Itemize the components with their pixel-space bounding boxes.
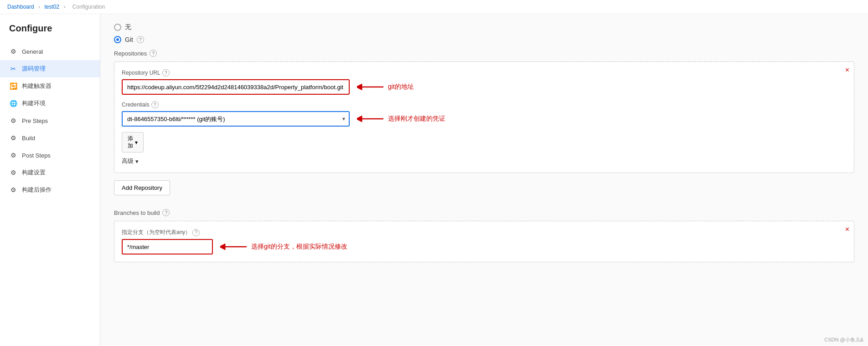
sidebar-item-label: 构建触发器 [22,82,52,90]
breadcrumb: Dashboard › test02 › Configuration [0,0,868,14]
arrow-icon [357,82,384,92]
sidebar-title: Configure [0,23,100,43]
sidebar: Configure ⚙ General ✂ 源码管理 🔁 构建触发器 🌐 构建环… [0,14,100,346]
repo-close-button[interactable]: × [845,66,849,74]
repo-url-label: Repository URL ? [122,69,847,76]
branch-close-button[interactable]: × [845,226,849,233]
git-annotation-group: git的地址 [357,82,414,92]
advanced-label: 高级 [122,157,134,165]
advanced-toggle[interactable]: 高级 ▾ [122,157,847,165]
sidebar-item-label: 构建环境 [22,99,46,107]
repositories-help-icon[interactable]: ? [150,50,157,57]
breadcrumb-current: Configuration [72,4,105,10]
gear-icon-settings: ⚙ [9,168,17,177]
sidebar-item-label: General [22,48,43,55]
repositories-label: Repositories ? [114,50,854,57]
gear-icon-post: ⚙ [9,151,17,159]
repository-box: × Repository URL ? [114,61,854,173]
sidebar-item-build-triggers[interactable]: 🔁 构建触发器 [0,77,100,95]
credentials-annotation: 选择刚才创建的凭证 [388,115,445,123]
radio-none-label: 无 [125,23,131,31]
branch-arrow-icon [220,242,248,251]
branches-help-icon[interactable]: ? [162,209,170,216]
add-repository-button[interactable]: Add Repository [114,180,170,195]
branches-label: Branches to build ? [114,209,854,216]
sidebar-item-label: 源码管理 [22,65,46,73]
branch-annotation-group: 选择git的分支，根据实际情况修改 [220,242,347,251]
branch-annotation: 选择git的分支，根据实际情况修改 [251,243,347,251]
credentials-select[interactable]: dt-8646557350-b6lti/****** (git的账号) [122,111,350,127]
branch-box: × 指定分支（为空时代表any） ? 选择git的 [114,221,854,262]
branch-field-help-icon[interactable]: ? [192,229,200,236]
gear-icon-pre: ⚙ [9,117,17,125]
sidebar-item-post-build[interactable]: ⚙ 构建后操作 [0,181,100,198]
breadcrumb-test02[interactable]: test02 [44,4,59,10]
credentials-help-icon[interactable]: ? [151,101,159,108]
add-button[interactable]: 添 加 ▾ [122,132,144,153]
gear-icon: ⚙ [9,47,17,56]
gear-icon-post-build: ⚙ [9,186,17,194]
branch-input[interactable] [122,239,213,254]
credentials-annotation-group: 选择刚才创建的凭证 [357,114,445,123]
radio-git-option[interactable]: Git ? [114,36,854,43]
git-url-annotation: git的地址 [388,83,414,91]
sidebar-item-label: Pre Steps [22,117,48,124]
sidebar-item-label: Build [22,135,35,142]
sidebar-item-label: 构建设置 [22,168,46,177]
branch-field-label: 指定分支（为空时代表any） ? [122,229,847,236]
breadcrumb-dashboard[interactable]: Dashboard [7,4,34,10]
sidebar-item-source-control[interactable]: ✂ 源码管理 [0,60,100,77]
globe-icon: 🌐 [9,99,17,107]
sidebar-item-build-settings[interactable]: ⚙ 构建设置 [0,164,100,181]
repo-url-help-icon[interactable]: ? [162,69,170,76]
credentials-arrow-icon [357,114,384,123]
sidebar-item-build[interactable]: ⚙ Build [0,129,100,147]
sidebar-item-post-steps[interactable]: ⚙ Post Steps [0,147,100,164]
add-dropdown-arrow: ▾ [135,139,138,146]
sidebar-item-label: 构建后操作 [22,186,52,194]
credentials-label: Credentials ? [122,101,847,108]
sidebar-item-pre-steps[interactable]: ⚙ Pre Steps [0,112,100,129]
radio-none-circle[interactable] [114,24,121,31]
refresh-icon: 🔁 [9,82,17,90]
sidebar-item-label: Post Steps [22,152,51,159]
radio-git-circle[interactable] [114,36,121,43]
advanced-chevron: ▾ [135,158,139,165]
content-area: 无 Git ? Repositories ? × Repository URL … [100,14,868,346]
watermark: CSDN @小鱼儿& [824,336,863,343]
git-help-icon[interactable]: ? [137,36,144,43]
scissors-icon: ✂ [9,65,17,73]
gear-icon-build: ⚙ [9,134,17,142]
radio-none-option[interactable]: 无 [114,23,854,31]
repository-url-input[interactable] [122,79,350,95]
sidebar-item-general[interactable]: ⚙ General [0,43,100,60]
radio-git-label: Git [125,36,133,43]
sidebar-item-build-env[interactable]: 🌐 构建环境 [0,95,100,112]
